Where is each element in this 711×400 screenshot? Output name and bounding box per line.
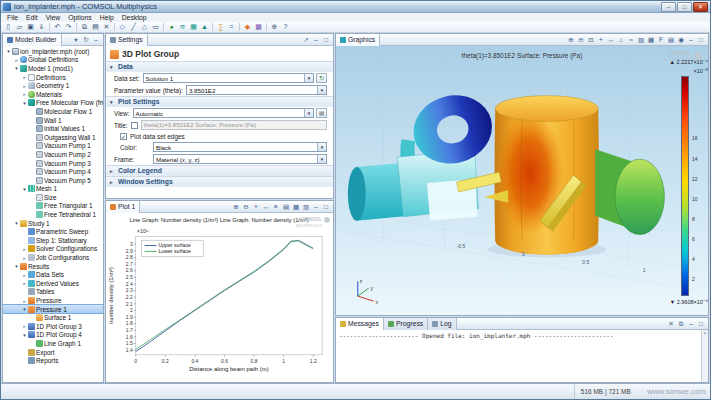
toolbar-plot-group-icon[interactable]: ◆ bbox=[242, 22, 253, 32]
collapsed-arrow-icon[interactable]: ▸ bbox=[21, 91, 28, 97]
tree-item-line-graph-1[interactable]: Line Graph 1 bbox=[3, 339, 103, 348]
menu-options[interactable]: Options bbox=[64, 14, 95, 21]
messages-copy-icon[interactable]: ⧉ bbox=[676, 319, 686, 328]
tab-log[interactable]: Log bbox=[428, 318, 456, 330]
collapsed-arrow-icon[interactable]: ▸ bbox=[21, 323, 28, 329]
messages-maximize-panel-icon[interactable]: □ bbox=[696, 319, 706, 328]
toolbar-physics-icon[interactable]: ≋ bbox=[177, 22, 188, 32]
tree-item-pressure-1[interactable]: ▾Pressure 1 bbox=[3, 305, 103, 314]
tree-item-ion-implanter-mph-root[interactable]: ▾ion_implanter.mph (root) bbox=[3, 47, 103, 56]
plot1-zoom-out-icon[interactable]: ⊖ bbox=[241, 202, 251, 211]
toolbar-mesh-icon[interactable]: ▦ bbox=[188, 22, 199, 32]
collapsed-arrow-icon[interactable]: ▸ bbox=[21, 272, 28, 278]
plot1-minimize-panel-icon[interactable]: – bbox=[311, 202, 321, 211]
collapsed-arrow-icon[interactable]: ▸ bbox=[21, 255, 28, 261]
tree-item-materials[interactable]: ▸Materials bbox=[3, 90, 103, 99]
plot1-zoom-in-icon[interactable]: ⊕ bbox=[231, 202, 241, 211]
graphics-wireframe-icon[interactable]: ▦ bbox=[646, 35, 656, 44]
section-plot-settings[interactable]: ▾ Plot Settings bbox=[106, 96, 333, 107]
toolbar-material-icon[interactable]: ● bbox=[166, 22, 177, 32]
tree-item-reports[interactable]: Reports bbox=[3, 356, 103, 365]
tree-item-vacuum-pump-5[interactable]: Vacuum Pump 5 bbox=[3, 176, 103, 185]
graphics-grid-icon[interactable]: ▤ bbox=[666, 35, 676, 44]
tree-item-initial-values-1[interactable]: Initial Values 1 bbox=[3, 124, 103, 133]
tree-item-wall-1[interactable]: Wall 1 bbox=[3, 116, 103, 125]
graphics-go-to-default-view-icon[interactable]: ⌂ bbox=[616, 35, 626, 44]
tree-item-parametric-sweep[interactable]: Parametric Sweep bbox=[3, 227, 103, 236]
tree-item-step-1-stationary[interactable]: Step 1: Stationary bbox=[3, 236, 103, 245]
collapsed-arrow-icon[interactable]: ▸ bbox=[21, 246, 28, 252]
section-data[interactable]: ▾ Data bbox=[106, 61, 333, 72]
expanded-arrow-icon[interactable]: ▾ bbox=[21, 306, 28, 312]
dataset-select[interactable]: Solution 1 ▼ bbox=[143, 73, 314, 83]
graphics-zoom-extents-icon[interactable]: + bbox=[596, 35, 606, 44]
toolbar-import-icon[interactable]: ⇓ bbox=[36, 22, 47, 32]
graphics-front-view-icon[interactable]: F bbox=[656, 35, 666, 44]
line-chart[interactable]: 00.20.40.60.811.21.41.51.61.71.81.922.12… bbox=[106, 213, 333, 382]
expanded-arrow-icon[interactable]: ▾ bbox=[21, 100, 28, 106]
refresh-solution-icon[interactable]: ↻ bbox=[316, 73, 327, 83]
tree-item-size[interactable]: Size bbox=[3, 193, 103, 202]
settings-minimize-panel-icon[interactable]: – bbox=[311, 35, 321, 44]
graphics-zoom-in-icon[interactable]: ⊕ bbox=[566, 35, 576, 44]
tree-item-derived-values[interactable]: ▸Derived Values bbox=[3, 279, 103, 288]
expanded-arrow-icon[interactable]: ▾ bbox=[21, 332, 28, 338]
expanded-arrow-icon[interactable]: ▾ bbox=[13, 65, 20, 71]
collapsed-arrow-icon[interactable]: ▸ bbox=[21, 74, 28, 80]
toolbar-copy-icon[interactable]: ⧉ bbox=[79, 22, 90, 32]
collapsed-arrow-icon[interactable]: ▸ bbox=[21, 83, 28, 89]
title-checkbox[interactable] bbox=[131, 122, 138, 129]
tree-item-free-triangular-1[interactable]: Free Triangular 1 bbox=[3, 202, 103, 211]
model-builder-minimize-panel-icon[interactable]: – bbox=[91, 35, 101, 44]
expanded-arrow-icon[interactable]: ▾ bbox=[13, 263, 20, 269]
frame-select[interactable]: Material (x, y, z) ▼ bbox=[153, 154, 327, 164]
settings-maximize-panel-icon[interactable]: □ bbox=[321, 35, 331, 44]
expanded-arrow-icon[interactable]: ▾ bbox=[21, 186, 28, 192]
tree-item-results[interactable]: ▾Results bbox=[3, 262, 103, 271]
section-color-legend[interactable]: ▸ Color Legend bbox=[106, 165, 333, 176]
toolbar-draw-rect-icon[interactable]: ▭ bbox=[150, 22, 161, 32]
toolbar-new-icon[interactable]: ▯ bbox=[3, 22, 14, 32]
tree-item-1d-plot-group-3[interactable]: ▸1D Plot Group 3 bbox=[3, 322, 103, 331]
toolbar-undo-icon[interactable]: ↶ bbox=[52, 22, 63, 32]
toolbar-compute-icon[interactable]: = bbox=[226, 22, 237, 32]
menu-edit[interactable]: Edit bbox=[22, 14, 42, 21]
plot1-print-icon[interactable]: ▥ bbox=[301, 202, 311, 211]
graphics-transparency-icon[interactable]: ▨ bbox=[636, 35, 646, 44]
plot1-maximize-panel-icon[interactable]: □ bbox=[321, 202, 331, 211]
tree-item-vacuum-pump-3[interactable]: Vacuum Pump 3 bbox=[3, 159, 103, 168]
tree-item-free-tetrahedral-1[interactable]: Free Tetrahedral 1 bbox=[3, 210, 103, 219]
tree-item-export[interactable]: Export bbox=[3, 348, 103, 357]
settings-detach-icon[interactable]: ↗ bbox=[301, 35, 311, 44]
tab-model-builder[interactable]: Model Builder bbox=[3, 34, 62, 46]
graphics-maximize-panel-icon[interactable]: □ bbox=[696, 35, 706, 44]
toolbar-draw-line-icon[interactable]: ╱ bbox=[128, 22, 139, 32]
graphics-minimize-panel-icon[interactable]: – bbox=[686, 35, 696, 44]
tree-item-1d-plot-group-4[interactable]: ▾1D Plot Group 4 bbox=[3, 331, 103, 340]
go-to-view-icon[interactable]: ▦ bbox=[316, 108, 327, 118]
messages-clear-icon[interactable]: ✕ bbox=[666, 319, 676, 328]
graphics-3d-scene[interactable]: theta(1)=3.8501E2 Surface: Pressure (Pa)… bbox=[336, 46, 708, 315]
tree-item-pressure[interactable]: ▸Pressure bbox=[3, 296, 103, 305]
color-select[interactable]: Black ▼ bbox=[153, 142, 327, 152]
toolbar-save-icon[interactable]: ▣ bbox=[25, 22, 36, 32]
toolbar-paste-icon[interactable]: ▤ bbox=[90, 22, 101, 32]
tab-messages[interactable]: Messages bbox=[336, 318, 384, 330]
plot1-legend-icon[interactable]: ≡ bbox=[271, 202, 281, 211]
model-builder-collapse-all-icon[interactable]: ▾ bbox=[71, 35, 81, 44]
close-button[interactable]: ✕ bbox=[693, 2, 708, 12]
messages-scrollbar[interactable]: ▴ bbox=[701, 330, 708, 382]
toolbar-open-icon[interactable]: ▱ bbox=[14, 22, 25, 32]
tree-item-molecular-flow-1[interactable]: Molecular Flow 1 bbox=[3, 107, 103, 116]
tree-item-job-configurations[interactable]: ▸Job Configurations bbox=[3, 253, 103, 262]
plot1-grid-icon[interactable]: ▤ bbox=[281, 202, 291, 211]
toolbar-zoom-in-icon[interactable]: ⊕ bbox=[269, 22, 280, 32]
graphics-zoom-box-icon[interactable]: ⊡ bbox=[586, 35, 596, 44]
expanded-arrow-icon[interactable]: ▾ bbox=[13, 220, 20, 226]
tree-item-tables[interactable]: Tables bbox=[3, 288, 103, 297]
tab-settings[interactable]: Settings bbox=[106, 34, 148, 46]
plot1-axis-limits-icon[interactable]: ↔ bbox=[261, 202, 271, 211]
messages-minimize-panel-icon[interactable]: – bbox=[686, 319, 696, 328]
tree-item-vacuum-pump-1[interactable]: Vacuum Pump 1 bbox=[3, 142, 103, 151]
menu-file[interactable]: File bbox=[3, 14, 22, 21]
